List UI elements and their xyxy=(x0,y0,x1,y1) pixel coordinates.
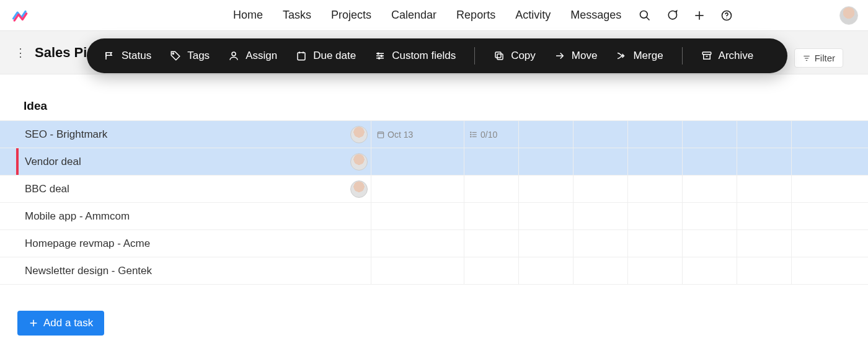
empty-cell xyxy=(573,121,627,148)
empty-cell xyxy=(791,176,846,202)
empty-cell xyxy=(518,121,573,148)
empty-cell xyxy=(737,148,791,175)
action-assign[interactable]: Assign xyxy=(228,50,277,62)
action-separator xyxy=(474,47,475,64)
empty-cell xyxy=(573,203,627,229)
chat-icon[interactable] xyxy=(666,9,678,22)
nav-reports[interactable]: Reports xyxy=(456,9,495,22)
assignee-avatar[interactable] xyxy=(350,180,368,198)
empty-cell xyxy=(518,203,573,229)
svg-point-31 xyxy=(471,131,471,132)
empty-cell xyxy=(627,230,682,257)
task-name[interactable]: SEO - Brightmark xyxy=(0,128,347,141)
main-nav: Home Tasks Projects Calendar Reports Act… xyxy=(233,9,621,22)
add-icon[interactable] xyxy=(693,9,706,22)
nav-icon-group xyxy=(639,9,733,22)
checklist-cell[interactable] xyxy=(464,148,518,175)
empty-cell xyxy=(791,257,846,284)
action-due-date[interactable]: Due date xyxy=(296,50,356,62)
nav-messages[interactable]: Messages xyxy=(570,9,621,22)
due-date-cell[interactable] xyxy=(371,176,464,202)
top-nav: Home Tasks Projects Calendar Reports Act… xyxy=(0,0,868,31)
due-date-cell[interactable] xyxy=(371,203,464,229)
drag-handle-icon[interactable]: ⋮ xyxy=(15,47,26,58)
action-due-label: Due date xyxy=(313,50,356,62)
action-move-label: Move xyxy=(572,50,598,62)
task-row[interactable]: Newsletter design - Gentek xyxy=(0,257,868,285)
task-name[interactable]: Newsletter design - Gentek xyxy=(0,265,347,277)
empty-cell xyxy=(573,176,627,202)
nav-tasks[interactable]: Tasks xyxy=(283,9,311,22)
empty-cell xyxy=(737,230,791,257)
empty-cell xyxy=(791,121,846,148)
empty-cell xyxy=(518,230,573,257)
empty-cell xyxy=(682,203,737,229)
svg-point-8 xyxy=(232,52,236,56)
empty-cell xyxy=(791,203,846,229)
empty-cell xyxy=(737,176,791,202)
nav-projects[interactable]: Projects xyxy=(331,9,371,22)
empty-cell xyxy=(791,230,846,257)
action-separator-2 xyxy=(682,47,683,64)
task-name[interactable]: Vendor deal xyxy=(0,156,347,168)
empty-cell xyxy=(682,148,737,175)
nav-home[interactable]: Home xyxy=(233,9,263,22)
action-custom-fields[interactable]: Custom fields xyxy=(374,50,456,62)
assignee-cell[interactable] xyxy=(347,126,371,143)
action-copy[interactable]: Copy xyxy=(494,50,536,62)
empty-cell xyxy=(682,257,737,284)
action-status[interactable]: Status xyxy=(104,50,151,62)
svg-rect-26 xyxy=(378,131,383,137)
action-assign-label: Assign xyxy=(246,50,277,62)
empty-cell xyxy=(682,121,737,148)
nav-calendar[interactable]: Calendar xyxy=(391,9,436,22)
empty-cell xyxy=(518,257,573,284)
assignee-avatar[interactable] xyxy=(350,153,368,171)
action-move[interactable]: Move xyxy=(554,50,598,62)
task-row[interactable]: Mobile app - Ammcom xyxy=(0,203,868,230)
checklist-cell[interactable] xyxy=(464,230,518,257)
nav-activity[interactable]: Activity xyxy=(515,9,551,22)
empty-cell xyxy=(737,121,791,148)
checklist-cell[interactable] xyxy=(464,176,518,202)
task-name[interactable]: Homepage revmap - Acme xyxy=(0,238,347,250)
svg-point-17 xyxy=(379,58,380,59)
assignee-cell[interactable] xyxy=(347,180,371,198)
task-row[interactable]: Homepage revmap - Acme xyxy=(0,230,868,257)
due-date-cell[interactable] xyxy=(371,230,464,257)
checklist-cell[interactable] xyxy=(464,257,518,284)
action-archive[interactable]: Archive xyxy=(701,50,754,62)
add-task-button[interactable]: Add a task xyxy=(17,311,104,336)
action-merge[interactable]: Merge xyxy=(616,50,663,62)
checklist-cell[interactable]: 0/10 xyxy=(464,121,518,148)
empty-cell xyxy=(737,257,791,284)
action-tags[interactable]: Tags xyxy=(170,50,210,62)
section-title: Idea xyxy=(0,91,868,120)
empty-cell xyxy=(627,257,682,284)
filter-button[interactable]: Filter xyxy=(794,48,843,68)
checklist-text: 0/10 xyxy=(480,130,497,140)
task-row[interactable]: Vendor deal xyxy=(0,148,868,176)
app-logo[interactable] xyxy=(12,7,29,24)
due-date-cell[interactable] xyxy=(371,148,464,175)
task-row[interactable]: SEO - BrightmarkOct 130/10 xyxy=(0,121,868,148)
empty-cell xyxy=(627,203,682,229)
task-name[interactable]: Mobile app - Ammcom xyxy=(0,210,347,223)
svg-rect-9 xyxy=(298,53,305,60)
action-status-label: Status xyxy=(122,50,151,62)
empty-cell xyxy=(573,148,627,175)
svg-rect-21 xyxy=(702,52,711,55)
empty-cell xyxy=(518,176,573,202)
assignee-cell[interactable] xyxy=(347,153,371,171)
search-icon[interactable] xyxy=(639,9,651,22)
due-date-cell[interactable] xyxy=(371,257,464,284)
help-icon[interactable] xyxy=(720,9,733,22)
empty-cell xyxy=(791,148,846,175)
due-date-cell[interactable]: Oct 13 xyxy=(371,121,464,148)
checklist-cell[interactable] xyxy=(464,203,518,229)
assignee-avatar[interactable] xyxy=(350,126,368,143)
user-avatar[interactable] xyxy=(839,6,858,25)
svg-rect-19 xyxy=(495,52,501,58)
task-name[interactable]: BBC deal xyxy=(0,183,347,195)
task-row[interactable]: BBC deal xyxy=(0,176,868,203)
